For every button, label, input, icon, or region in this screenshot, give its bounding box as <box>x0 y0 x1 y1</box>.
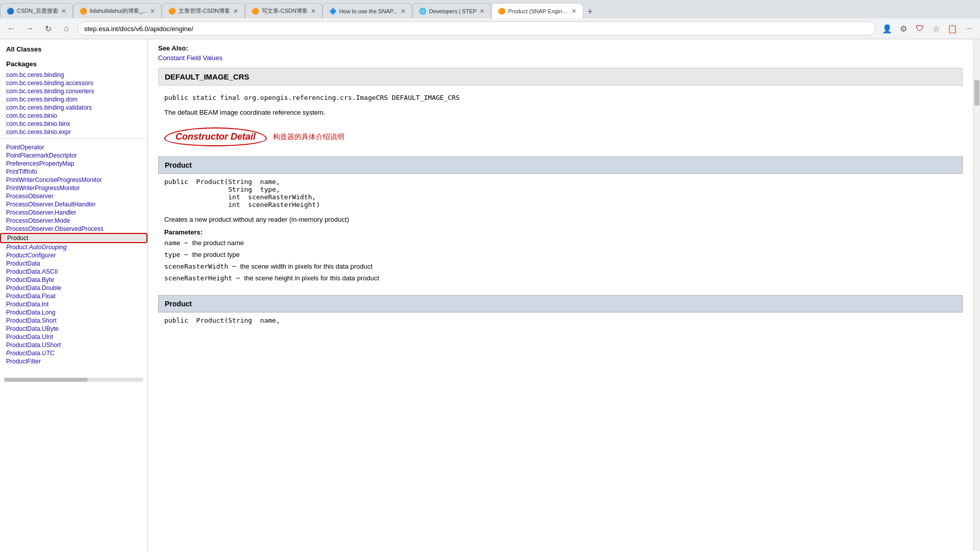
param-height-row: sceneRasterHeight − the scene height in … <box>164 273 957 283</box>
product-section-1-title: Product <box>165 161 192 169</box>
sidebar-item-0[interactable]: com.bc.ceres.binding <box>0 71 147 79</box>
tab-label-lidahui: lidahuilidahui的博客_... <box>90 7 147 15</box>
tab-close-snap[interactable]: ✕ <box>400 8 406 15</box>
sidebar-horizontal-scrollbar[interactable] <box>4 378 143 382</box>
param-type-dash: − <box>184 251 192 258</box>
tab-csdn[interactable]: 🔵 CSDN_百度搜索 ✕ <box>0 3 73 18</box>
default-image-crs-box: DEFAULT_IMAGE_CRS <box>158 68 963 86</box>
sidebar-item-29[interactable]: ProductData.Short <box>0 317 147 325</box>
tab-xiewenzhang[interactable]: 🟠 写文章-CSDN博客 ✕ <box>245 3 322 18</box>
param-width-row: sceneRasterWidth − the scene width in pi… <box>164 261 957 271</box>
page-content: All Classes Packages com.bc.ceres.bindin… <box>0 39 980 551</box>
see-also-title: See Also: <box>158 44 963 52</box>
tab-label-snap: How to use the SNAP... <box>339 8 397 14</box>
forward-button[interactable]: → <box>22 21 37 36</box>
sidebar-item-30[interactable]: ProductData.UByte <box>0 325 147 333</box>
sidebar-item-25[interactable]: ProductData.Double <box>0 284 147 292</box>
param-width-label: sceneRasterWidth <box>164 263 228 270</box>
sidebar-item-10[interactable]: PreferencesPropertyMap <box>0 160 147 168</box>
tab-close-lidahui[interactable]: ✕ <box>150 8 155 15</box>
sidebar-item-11[interactable]: PrintTiffInfo <box>0 168 147 176</box>
adblock-icon[interactable]: 🛡 <box>913 21 927 36</box>
right-scrollbar[interactable] <box>973 39 980 551</box>
sidebar-scrollbar-thumb[interactable] <box>4 378 88 382</box>
right-scrollbar-thumb[interactable] <box>974 80 979 106</box>
tab-snap[interactable]: 🔷 How to use the SNAP... ✕ <box>322 3 412 18</box>
tab-close-xiewenzhang[interactable]: ✕ <box>311 8 316 15</box>
param-type-label: type <box>164 251 180 258</box>
sidebar-item-27[interactable]: ProductData.Int <box>0 300 147 308</box>
sidebar-item-7[interactable]: com.bc.ceres.binio.expr <box>0 128 147 136</box>
sidebar-item-31[interactable]: ProductData.UInt <box>0 333 147 341</box>
tab-label-product-snap: Product (SNAP Engine ... <box>508 8 568 14</box>
address-bar-row: ← → ↻ ⌂ 👤 ⚙ 🛡 ☆ 📋 ··· <box>0 18 980 39</box>
param-name-label: name <box>164 239 180 247</box>
param-height-desc: the scene height in pixels for this data… <box>244 274 380 282</box>
sidebar-item-17[interactable]: ProcessObserver.Mode <box>0 217 147 225</box>
tab-wenzhang[interactable]: 🟠 文章管理-CSDN博客 ✕ <box>162 3 245 18</box>
sidebar-item-20[interactable]: Product.AutoGrouping <box>0 243 147 251</box>
sidebar-item-18[interactable]: ProcessObserver.ObservedProcess <box>0 225 147 233</box>
param-name-dash: − <box>184 239 192 247</box>
tab-product-snap[interactable]: 🟠 Product (SNAP Engine ... ✕ <box>491 3 583 18</box>
sidebar-item-4[interactable]: com.bc.ceres.binding.validators <box>0 103 147 112</box>
see-also-section: See Also: Constant Field Values <box>158 44 963 62</box>
tab-close-product-snap[interactable]: ✕ <box>571 8 576 15</box>
menu-icon[interactable]: ··· <box>962 21 976 36</box>
tab-bar: 🔵 CSDN_百度搜索 ✕ 🟠 lidahuilidahui的博客_... ✕ … <box>0 0 980 18</box>
tab-lidahui[interactable]: 🟠 lidahuilidahui的博客_... ✕ <box>73 3 162 18</box>
sidebar-item-28[interactable]: ProductData.Long <box>0 308 147 317</box>
sidebar-item-1[interactable]: com.bc.ceres.binding.accessors <box>0 79 147 87</box>
sidebar-item-5[interactable]: com.bc.ceres.binio <box>0 112 147 120</box>
home-button[interactable]: ⌂ <box>59 21 73 36</box>
tab-close-developers[interactable]: ✕ <box>480 8 485 15</box>
params-title: Parameters: <box>164 228 957 236</box>
sidebar-item-9[interactable]: PointPlacemarkDescriptor <box>0 151 147 160</box>
tab-close-csdn[interactable]: ✕ <box>61 8 66 15</box>
code-line-4: int sceneRasterHeight) <box>164 201 957 208</box>
sidebar-item-23[interactable]: ProductData.ASCII <box>0 268 147 276</box>
default-image-crs-description: The default BEAM image coordinate refere… <box>158 106 963 119</box>
packages-label: Packages <box>0 58 147 69</box>
back-button[interactable]: ← <box>4 21 18 36</box>
sidebar-item-12[interactable]: PrintWriterConciseProgressMonitor <box>0 176 147 184</box>
constant-field-values-link[interactable]: Constant Field Values <box>158 54 222 62</box>
constructor-detail-annotation: 构造器的具体介绍说明 <box>273 133 344 142</box>
address-input[interactable] <box>78 21 876 36</box>
sidebar-item-22[interactable]: ProductData <box>0 259 147 268</box>
product-section-2-code: public Product(String name, <box>158 312 963 328</box>
sidebar-item-6[interactable]: com.bc.ceres.binio.binx <box>0 120 147 128</box>
tab-favicon-csdn: 🔵 <box>7 8 14 15</box>
tab-developers[interactable]: 🌐 Developers | STEP ✕ <box>412 3 491 18</box>
code-line-3: int sceneRasterWidth, <box>164 193 957 201</box>
sidebar-item-32[interactable]: ProductData.UShort <box>0 341 147 349</box>
extensions-icon[interactable]: ⚙ <box>896 21 911 36</box>
tab-favicon-xiewenzhang: 🟠 <box>252 8 259 15</box>
sidebar-item-13[interactable]: PrintWriterProgressMonitor <box>0 184 147 192</box>
collections-icon[interactable]: 📋 <box>945 21 960 36</box>
star-icon[interactable]: ☆ <box>929 21 943 36</box>
profile-icon[interactable]: 👤 <box>880 21 894 36</box>
sidebar-item-14[interactable]: ProcessObserver <box>0 192 147 200</box>
sidebar-item-34[interactable]: ProductFilter <box>0 357 147 365</box>
tab-label-csdn: CSDN_百度搜索 <box>17 7 58 15</box>
tab-favicon-lidahui: 🟠 <box>80 8 87 15</box>
param-type-desc: the product type <box>192 251 240 258</box>
refresh-button[interactable]: ↻ <box>41 21 55 36</box>
sidebar-item-24[interactable]: ProductData.Byte <box>0 276 147 284</box>
constructor-detail-label: Constructor Detail <box>164 127 267 146</box>
sidebar-item-product[interactable]: Product <box>0 233 147 243</box>
new-tab-button[interactable]: + <box>583 7 597 17</box>
sidebar-item-3[interactable]: com.bc.ceres.binding.dom <box>0 95 147 103</box>
toolbar-icons: 👤 ⚙ 🛡 ☆ 📋 ··· <box>880 21 976 36</box>
sidebar-item-33[interactable]: ProductData.UTC <box>0 349 147 357</box>
sidebar-item-26[interactable]: ProductData.Float <box>0 292 147 300</box>
sidebar-item-21[interactable]: ProductConfigurer <box>0 251 147 259</box>
product-section-1-description: Creates a new product without any reader… <box>158 213 963 226</box>
tab-close-wenzhang[interactable]: ✕ <box>233 8 238 15</box>
param-type-row: type − the product type <box>164 250 957 259</box>
sidebar-item-2[interactable]: com.bc.ceres.binding.converters <box>0 87 147 95</box>
sidebar-item-8[interactable]: PointOperator <box>0 143 147 151</box>
sidebar-item-16[interactable]: ProcessObserver.Handler <box>0 208 147 217</box>
sidebar-item-15[interactable]: ProcessObserver.DefaultHandler <box>0 200 147 208</box>
